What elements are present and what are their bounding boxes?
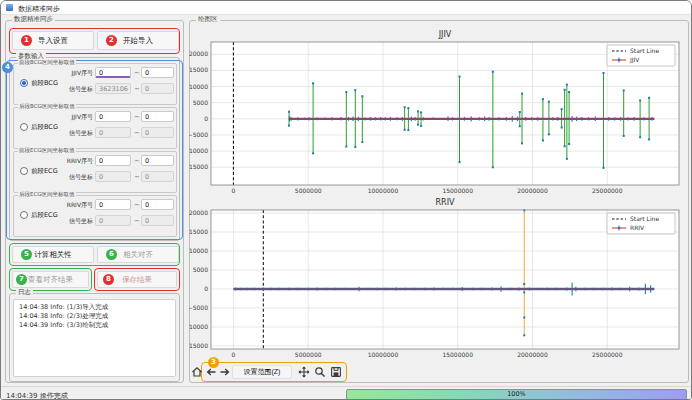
radio-front-ecg-label: 前段ECG [31, 167, 58, 176]
svg-text:10000: 10000 [189, 247, 208, 254]
tilde: ~ [134, 173, 140, 181]
radio-rear-bcg-label: 后段BCG [31, 123, 58, 132]
log-line: 14:04:38 Info: (2/3)处理完成 [19, 312, 170, 321]
tilde: ~ [134, 201, 140, 209]
svg-text:−10000: −10000 [189, 147, 208, 154]
rriv-index-to-field[interactable]: 0 [141, 155, 174, 166]
plot-group-title: 绘图区 [196, 16, 220, 23]
svg-text:5000000: 5000000 [295, 187, 322, 194]
jjiv-index-from-field[interactable]: 0 [95, 111, 131, 122]
import-settings-label: 导入设置 [38, 36, 68, 46]
title-bar: 数据精准同步 [1, 1, 691, 15]
svg-text:20000000: 20000000 [517, 187, 548, 194]
log-line: 14:04:39 Info: (3/3)绘制完成 [19, 321, 170, 330]
signal-coord-label: 信号坐标 [58, 85, 93, 94]
svg-text:25000000: 25000000 [592, 351, 623, 358]
home-icon[interactable] [191, 366, 203, 378]
svg-text:JJIV: JJIV [438, 30, 452, 39]
svg-text:15000: 15000 [189, 66, 208, 73]
svg-text:Start Line: Start Line [630, 47, 659, 54]
signal-coord-label: 信号坐标 [58, 217, 93, 226]
step-badge-5: 5 [21, 249, 32, 260]
jjiv-chart[interactable]: −15000−10000−500005000100001500020000050… [189, 25, 683, 197]
svg-text:20000: 20000 [189, 209, 208, 216]
radio-front-ecg[interactable] [20, 167, 28, 175]
radio-rear-ecg-label: 后段ECG [31, 211, 58, 220]
svg-text:0: 0 [204, 285, 208, 292]
param-section-front-bcg: 前段BCG区间坐标取值 前段BCG JJIV序号 0 ~ 0 信号坐标 3623… [13, 63, 177, 105]
param-section-rear-ecg: 后段ECG区间坐标取值 后段ECG RRIV序号 0 ~ 0 信号坐标 0 ~ … [13, 195, 177, 237]
param-section-title: 后段ECG区间坐标取值 [18, 192, 76, 198]
radio-rear-ecg[interactable] [20, 211, 28, 219]
svg-text:15000000: 15000000 [442, 187, 473, 194]
step-badge-4: 4 [2, 62, 13, 73]
rriv-index-label: RRIV序号 [58, 157, 93, 166]
svg-text:−10000: −10000 [189, 323, 208, 330]
status-bar: 14:04:39 操作完成 100% [1, 386, 691, 400]
svg-text:10000000: 10000000 [368, 351, 399, 358]
step-badge-8: 8 [103, 274, 114, 285]
jjiv-index-to-field[interactable]: 0 [141, 67, 174, 78]
radio-rear-bcg[interactable] [20, 123, 28, 131]
log-line: 14:04:38 Info: (1/3)导入完成 [19, 303, 170, 312]
signal-coord-to-field[interactable]: 0 [141, 215, 174, 226]
svg-text:−15000: −15000 [189, 163, 208, 170]
rriv-index-from-field[interactable]: 0 [95, 155, 131, 166]
svg-text:0: 0 [232, 351, 236, 358]
svg-text:0: 0 [204, 115, 208, 122]
signal-coord-from-field[interactable]: 0 [95, 127, 131, 138]
progress-bar: 100% [346, 389, 687, 400]
jjiv-index-from-field[interactable]: 0 [95, 67, 131, 78]
signal-coord-from-field[interactable]: 3623106 [95, 83, 131, 94]
rriv-chart[interactable]: −15000−10000−500005000100001500020000050… [189, 197, 683, 363]
svg-text:20000: 20000 [189, 50, 208, 57]
step-badge-3: 3 [208, 357, 219, 368]
compute-correlation-label: 计算相关性 [34, 250, 72, 260]
zoom-icon[interactable] [314, 366, 326, 378]
tilde: ~ [134, 69, 140, 77]
sync-group-title: 数据精准同步 [12, 16, 55, 23]
param-section-front-ecg: 前段ECG区间坐标取值 前段ECG RRIV序号 0 ~ 0 信号坐标 0 ~ … [13, 151, 177, 193]
window-title: 数据精准同步 [18, 4, 60, 14]
svg-text:15000: 15000 [189, 228, 208, 235]
set-range-button[interactable]: 设置范围(Z) [232, 365, 292, 379]
rriv-index-to-field[interactable]: 0 [141, 199, 174, 210]
rriv-index-from-field[interactable]: 0 [95, 199, 131, 210]
svg-text:10000: 10000 [189, 83, 208, 90]
signal-coord-from-field[interactable]: 0 [95, 171, 131, 182]
view-align-result-label: 查看对齐结果 [28, 275, 73, 285]
set-range-label: 设置范围(Z) [244, 367, 281, 377]
svg-text:RRIV: RRIV [436, 198, 455, 207]
app-window: 数据精准同步 数据精准同步 导入设置 1 开始导入 2 参数输入 4 前段BCG… [0, 0, 692, 400]
app-icon [6, 4, 13, 11]
svg-text:10000000: 10000000 [368, 187, 399, 194]
pan-icon[interactable] [298, 366, 310, 378]
param-section-title: 后段BCG区间坐标取值 [18, 104, 76, 110]
step-badge-6: 6 [106, 249, 117, 260]
tilde: ~ [134, 113, 140, 121]
step-badge-2: 2 [106, 35, 117, 46]
forward-icon[interactable] [219, 366, 231, 378]
tilde: ~ [134, 85, 140, 93]
signal-coord-to-field[interactable]: 0 [141, 171, 174, 182]
signal-coord-to-field[interactable]: 0 [141, 127, 174, 138]
signal-coord-from-field[interactable]: 0 [95, 215, 131, 226]
jjiv-index-to-field[interactable]: 0 [141, 111, 174, 122]
radio-front-bcg[interactable] [20, 79, 28, 87]
back-icon[interactable] [205, 366, 217, 378]
svg-text:−15000: −15000 [189, 342, 208, 349]
svg-text:0: 0 [232, 187, 236, 194]
rriv-index-label: RRIV序号 [58, 201, 93, 210]
svg-text:−5000: −5000 [189, 131, 208, 138]
save-result-label: 保存结果 [122, 275, 152, 285]
status-message: 14:04:39 操作完成 [6, 391, 68, 400]
start-import-label: 开始导入 [123, 36, 153, 46]
signal-coord-to-field[interactable]: 0 [141, 83, 174, 94]
step-badge-1: 1 [21, 35, 32, 46]
save-icon[interactable] [330, 366, 342, 378]
svg-text:20000000: 20000000 [517, 351, 548, 358]
svg-text:5000: 5000 [193, 99, 208, 106]
log-list[interactable]: 14:04:38 Info: (1/3)导入完成 14:04:38 Info: … [13, 299, 176, 377]
step-badge-7: 7 [16, 274, 27, 285]
svg-text:RRIV: RRIV [630, 224, 645, 231]
